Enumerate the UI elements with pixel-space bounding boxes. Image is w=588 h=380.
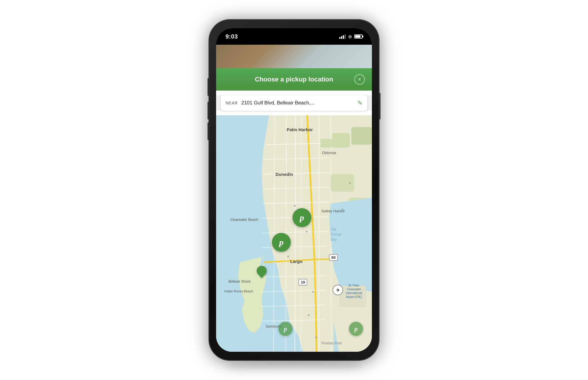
publix-p-1: p — [300, 213, 304, 223]
svg-point-10 — [342, 209, 343, 210]
svg-rect-2 — [332, 133, 350, 148]
header-title: Choose a pickup location — [234, 76, 354, 83]
address-text: 2101 Gulf Blvd, Belleair Beach,... — [241, 100, 355, 106]
map-container[interactable]: Palm Harbor Oldsmar Dunedin Clearwater B… — [216, 115, 372, 352]
publix-p-2: p — [279, 237, 284, 247]
svg-point-7 — [306, 231, 308, 232]
signal-icon — [339, 34, 346, 39]
scene: 9:03 ⊛ — [0, 0, 588, 380]
publix-p-3: p — [284, 325, 287, 333]
status-right: ⊛ — [339, 34, 363, 39]
svg-rect-6 — [340, 286, 366, 306]
publix-p-4: p — [355, 325, 358, 333]
phone-shell: 9:03 ⊛ — [209, 19, 379, 361]
status-time: 9:03 — [225, 33, 238, 40]
phone-reflection — [226, 361, 362, 372]
airport-badge: ✈ — [333, 285, 343, 295]
header-bar: Choose a pickup location × — [216, 68, 372, 91]
near-label: NEAR — [225, 101, 238, 105]
svg-point-14 — [315, 336, 317, 338]
svg-point-13 — [308, 314, 310, 316]
phone-screen: 9:03 ⊛ — [216, 28, 372, 352]
publix-marker-1[interactable]: p — [293, 208, 311, 227]
edit-icon[interactable]: ✎ — [358, 99, 363, 106]
battery-fill — [355, 35, 360, 38]
road-badge-19: 19 — [298, 279, 307, 286]
publix-marker-2[interactable]: p — [272, 233, 291, 252]
map-bg-top — [216, 45, 372, 68]
svg-rect-3 — [351, 127, 372, 145]
road-badge-60: 60 — [329, 254, 338, 261]
battery-icon — [354, 34, 363, 39]
publix-marker-3[interactable]: p — [278, 322, 293, 336]
svg-point-12 — [312, 291, 314, 293]
map-svg — [216, 115, 372, 352]
svg-point-9 — [287, 256, 289, 257]
location-pin[interactable] — [257, 266, 267, 278]
svg-point-8 — [294, 205, 296, 207]
publix-marker-4[interactable]: p — [349, 322, 363, 336]
location-bar[interactable]: NEAR 2101 Gulf Blvd, Belleair Beach,... … — [221, 95, 367, 111]
close-icon: × — [358, 77, 361, 82]
close-button[interactable]: × — [354, 74, 365, 85]
notch — [270, 28, 318, 38]
svg-point-11 — [349, 182, 351, 184]
svg-rect-1 — [320, 139, 332, 148]
pin-head — [255, 264, 269, 278]
wifi-icon: ⊛ — [348, 34, 352, 39]
